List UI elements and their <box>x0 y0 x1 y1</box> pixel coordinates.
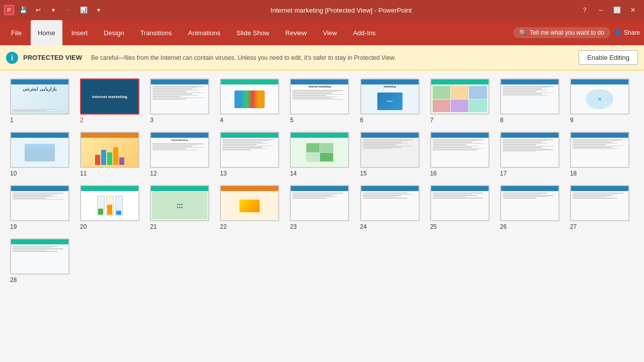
slide-thumbnail-14[interactable] <box>290 132 349 168</box>
presentation-view-button[interactable]: 📊 <box>77 4 90 16</box>
list-item[interactable]: ■ ■ ■■ ■ ■ 21 <box>150 185 214 230</box>
enable-editing-button[interactable]: Enable Editing <box>579 50 638 65</box>
slide-number-21: 21 <box>150 223 156 230</box>
slide-thumbnail-9[interactable]: 🌐 <box>570 78 629 115</box>
list-item[interactable]: 4 <box>220 78 284 124</box>
slide-thumbnail-13[interactable] <box>220 132 279 168</box>
list-item[interactable]: 23 <box>290 185 354 230</box>
slide-thumbnail-6[interactable]: marketing chart <box>360 78 420 115</box>
slide-thumbnail-5[interactable]: Internet marketing <box>290 78 349 115</box>
list-item[interactable]: 8 <box>500 78 564 124</box>
list-item[interactable]: 14 <box>290 132 354 177</box>
tab-view[interactable]: View <box>316 20 344 45</box>
slide-thumbnail-26[interactable] <box>500 185 559 221</box>
slide-number-18: 18 <box>570 170 577 177</box>
slide-number-17: 17 <box>500 170 507 177</box>
slide-number-6: 6 <box>360 117 364 124</box>
list-item[interactable]: 25 <box>430 185 494 230</box>
save-button[interactable]: 💾 <box>17 4 29 16</box>
list-item[interactable]: 11 <box>80 132 144 177</box>
restore-help-button[interactable]: ? <box>578 3 592 17</box>
slide-thumbnail-22[interactable] <box>220 185 279 221</box>
redo-button[interactable]: ↪ <box>62 4 74 16</box>
share-button[interactable]: 👤 Share <box>614 29 640 36</box>
slide-thumbnail-8[interactable] <box>500 78 559 115</box>
slide-thumbnail-21[interactable]: ■ ■ ■■ ■ ■ <box>150 185 209 221</box>
slide-number-20: 20 <box>80 223 87 230</box>
slide-thumbnail-28[interactable] <box>10 238 69 275</box>
tab-insert[interactable]: Insert <box>64 20 95 45</box>
list-item[interactable]: Digital Marketing 12 <box>150 132 214 177</box>
list-item[interactable]: Internet marketing 5 <box>290 78 354 124</box>
list-item[interactable]: 10 <box>10 132 74 177</box>
list-item[interactable]: 24 <box>360 185 424 230</box>
list-item[interactable]: 22 <box>220 185 284 230</box>
slide-thumbnail-2[interactable]: Internet marketing <box>80 78 139 115</box>
slide-2-content: Internet marketing <box>92 95 127 99</box>
tab-animations[interactable]: Animations <box>181 20 227 45</box>
slide-number-8: 8 <box>500 117 504 124</box>
list-item[interactable]: 15 <box>360 132 424 177</box>
slide-number-14: 14 <box>290 170 296 177</box>
slide-thumbnail-23[interactable] <box>290 185 349 221</box>
slide-thumbnail-12[interactable]: Digital Marketing <box>150 132 209 168</box>
slide-number-3: 3 <box>150 117 153 124</box>
slide-number-1: 1 <box>10 117 14 124</box>
list-item[interactable]: 17 <box>500 132 564 177</box>
undo-dropdown[interactable]: ▾ <box>47 4 59 16</box>
slide-thumbnail-25[interactable] <box>430 185 490 221</box>
tab-add-ins[interactable]: Add-Ins <box>346 20 383 45</box>
slide-number-5: 5 <box>290 117 293 124</box>
protected-view-label: PROTECTED VIEW <box>23 54 82 61</box>
list-item[interactable]: 🌐 9 <box>570 78 634 124</box>
slide-thumbnail-20[interactable] <box>80 185 139 221</box>
list-item[interactable]: 26 <box>500 185 564 230</box>
list-item[interactable]: 27 <box>570 185 634 230</box>
slide-thumbnail-24[interactable] <box>360 185 420 221</box>
slide-number-27: 27 <box>570 223 577 230</box>
list-item[interactable]: marketing chart 6 <box>360 78 424 124</box>
list-item[interactable]: 19 <box>10 185 74 230</box>
slide-number-24: 24 <box>360 223 367 230</box>
qat-dropdown[interactable]: ▾ <box>93 4 105 16</box>
list-item[interactable]: 28 <box>10 238 74 284</box>
undo-button[interactable]: ↩ <box>32 4 44 16</box>
slide-thumbnail-17[interactable] <box>500 132 559 168</box>
slide-thumbnail-3[interactable] <box>150 78 209 115</box>
slide-number-2: 2 <box>80 117 84 124</box>
tab-home[interactable]: Home <box>31 20 62 45</box>
restore-button[interactable]: ⬜ <box>610 3 624 17</box>
slide-number-15: 15 <box>360 170 367 177</box>
slide-thumbnail-15[interactable] <box>360 132 420 168</box>
slide-thumbnail-11[interactable] <box>80 132 139 168</box>
tab-file[interactable]: File <box>4 20 29 45</box>
list-item[interactable]: Internet marketing 2 <box>80 78 144 124</box>
close-button[interactable]: ✕ <box>626 3 640 17</box>
slide-thumbnail-10[interactable] <box>10 132 69 168</box>
list-item[interactable]: 13 <box>220 132 284 177</box>
app-icon: P <box>4 5 14 15</box>
title-bar: P 💾 ↩ ▾ ↪ 📊 ▾ Internet marketing [Protec… <box>0 0 644 20</box>
tab-slide-show[interactable]: Slide Show <box>229 20 276 45</box>
list-item[interactable]: 18 <box>570 132 634 177</box>
slide-thumbnail-27[interactable] <box>570 185 629 221</box>
slide-thumbnail-1[interactable]: بازاریابی اینترنتی <box>10 78 69 115</box>
list-item[interactable]: بازاریابی اینترنتی 1 <box>10 78 74 124</box>
minimize-button[interactable]: ─ <box>594 3 608 17</box>
ribbon-right: 🔍 Tell me what you want to do 👤 Share <box>513 27 640 38</box>
slide-thumbnail-19[interactable] <box>10 185 69 221</box>
tab-design[interactable]: Design <box>97 20 131 45</box>
slide-thumbnail-4[interactable] <box>220 78 279 115</box>
tab-transitions[interactable]: Transitions <box>133 20 179 45</box>
list-item[interactable]: 20 <box>80 185 144 230</box>
tell-me-box[interactable]: 🔍 Tell me what you want to do <box>513 27 610 38</box>
window-title: Internet marketing [Protected View] - Po… <box>105 7 578 14</box>
list-item[interactable]: 3 <box>150 78 214 124</box>
slide-number-28: 28 <box>10 277 17 284</box>
list-item[interactable]: 7 <box>430 78 494 124</box>
slide-thumbnail-7[interactable] <box>430 78 490 115</box>
slide-thumbnail-18[interactable] <box>570 132 629 168</box>
slide-thumbnail-16[interactable] <box>430 132 490 168</box>
list-item[interactable]: 16 <box>430 132 494 177</box>
tab-review[interactable]: Review <box>278 20 314 45</box>
